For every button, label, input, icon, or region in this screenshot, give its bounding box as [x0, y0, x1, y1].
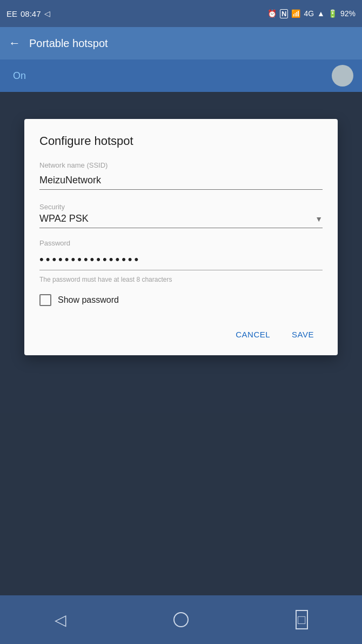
toggle-switch[interactable] — [332, 65, 353, 87]
signal-bars-icon: ▲ — [317, 9, 325, 18]
home-nav-button[interactable] — [168, 607, 194, 633]
password-label: Password — [39, 239, 323, 247]
recents-nav-button[interactable]: □ — [289, 607, 314, 633]
back-nav-button[interactable]: ◁ — [48, 607, 73, 633]
dropdown-arrow-icon: ▼ — [315, 215, 323, 223]
toolbar: ← Portable hotspot — [0, 27, 362, 59]
nfc-icon: N — [280, 9, 288, 18]
alarm-icon: ⏰ — [267, 9, 277, 18]
on-label: On — [13, 70, 26, 82]
hotspot-status-bar: On — [0, 59, 362, 92]
network-name-label: Network name (SSID) — [39, 161, 323, 169]
time-label: 08:47 — [21, 9, 41, 18]
status-bar: EE 08:47 ◁ ⏰ N 📶 4G ▲ 🔋 92% — [0, 0, 362, 27]
security-label: Security — [39, 203, 323, 211]
configure-hotspot-dialog: Configure hotspot Network name (SSID) Se… — [24, 119, 338, 355]
battery-label: 92% — [340, 9, 356, 18]
cancel-button[interactable]: CANCEL — [227, 324, 279, 344]
status-left: EE 08:47 ◁ — [6, 9, 50, 18]
save-button[interactable]: SAVE — [283, 324, 323, 344]
carrier-label: EE — [6, 9, 17, 18]
dialog-title: Configure hotspot — [39, 134, 323, 148]
password-input[interactable] — [39, 250, 323, 270]
security-value: WPA2 PSK — [39, 213, 89, 224]
bottom-navigation: ◁ □ — [0, 595, 362, 644]
wifi-icon: 📶 — [291, 9, 300, 18]
back-nav-icon: ◁ — [55, 611, 66, 629]
status-right: ⏰ N 📶 4G ▲ 🔋 92% — [267, 9, 356, 18]
page-title: Portable hotspot — [29, 37, 108, 50]
home-nav-icon — [173, 612, 189, 627]
send-icon: ◁ — [44, 9, 50, 18]
dialog-actions: CANCEL SAVE — [39, 322, 323, 344]
show-password-label: Show password — [58, 295, 119, 305]
battery-icon: 🔋 — [328, 9, 337, 18]
network-name-input[interactable] — [39, 172, 323, 190]
back-button[interactable]: ← — [9, 36, 21, 50]
show-password-checkbox[interactable] — [39, 294, 51, 306]
password-hint: The password must have at least 8 charac… — [39, 276, 323, 283]
security-select[interactable]: WPA2 PSK ▼ — [39, 213, 323, 228]
signal-label: 4G — [304, 9, 314, 18]
show-password-row: Show password — [39, 294, 323, 306]
dialog-overlay: Configure hotspot Network name (SSID) Se… — [0, 92, 362, 595]
recents-nav-icon: □ — [296, 610, 308, 629]
